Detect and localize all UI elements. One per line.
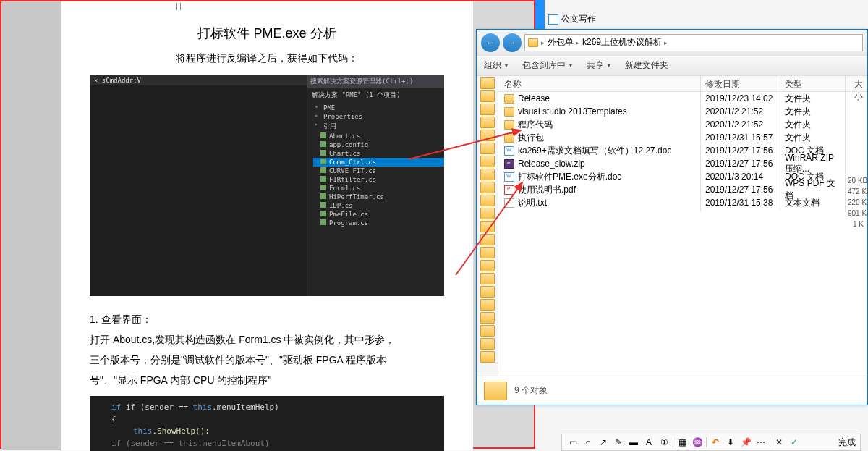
confirm-tool[interactable]: ✓ [788,436,801,449]
explorer-list[interactable]: 名称 修改日期 类型 大小 Release2019/12/23 14:02文件夹… [498,76,867,376]
vs-tree-item: FIRfilter.cs [313,175,444,184]
tree-folder-icon[interactable] [480,286,495,298]
organize-button[interactable]: 组织▼ [484,59,509,72]
share-tool[interactable]: ⋯ [754,436,767,449]
tree-folder-icon[interactable] [480,273,495,284]
close-tool[interactable]: ✕ [773,436,786,449]
sidebar-item[interactable]: 公文写作 [548,13,596,25]
watermark-tool[interactable]: ♒ [691,436,704,449]
file-size: 1 K [846,219,866,229]
snip-brace: { [111,414,422,426]
tree-folder-icon[interactable] [480,325,495,337]
vs-tree-item: Program.cs [313,219,444,227]
tree-folder-icon[interactable] [480,182,495,193]
text-tool[interactable]: A [642,436,655,449]
folder-icon [504,133,514,143]
blur-tool[interactable]: ▦ [676,436,689,449]
tree-folder-icon[interactable] [480,299,495,311]
snip-text: .menuItemHelp) [212,402,279,412]
tree-folder-icon[interactable] [480,247,495,258]
tree-folder-icon[interactable] [480,90,495,102]
col-name[interactable]: 名称 [498,76,701,91]
tree-folder-icon[interactable] [480,312,495,324]
explorer-sidebar[interactable] [477,76,498,376]
chevron-down-icon: ▼ [606,62,612,69]
nav-back-button[interactable]: ← [481,33,500,52]
file-date: 2020/1/2 21:52 [701,104,780,119]
address-bar[interactable]: ▸ 外包单▸ k269上位机协议解析▸ [524,34,863,51]
doc-icon [504,146,514,156]
counter-tool[interactable]: ① [658,436,671,449]
tree-folder-icon[interactable] [480,234,495,245]
solution-explorer: 搜索解决方案资源管理器(Ctrl+;) 解决方案 "PME" (1 个项目) P… [307,75,444,296]
tree-folder-icon[interactable] [480,260,495,271]
path-label: k269上位机协议解析 [582,36,662,49]
done-label[interactable]: 完成 [838,437,856,449]
nav-forward-button[interactable]: → [503,33,522,52]
doc-title: 打标软件 PME.exe 分析 [90,25,444,42]
arrow-tool[interactable]: ↗ [597,436,610,449]
tree-folder-icon[interactable] [480,77,495,89]
tree-folder-icon[interactable] [480,351,495,363]
snip-method: .ShowHelp(); [153,426,210,436]
tree-folder-icon[interactable] [480,208,495,219]
file-date: 2019/12/23 14:02 [701,91,780,106]
tree-folder-icon[interactable] [480,338,495,350]
chevron-right-icon: ▸ [541,39,545,46]
tb-label: 共享 [587,59,604,72]
file-date: 2019/12/27 17:56 [701,182,780,197]
tree-folder-icon[interactable] [480,130,495,141]
vs-tree-item: PmeFile.cs [313,210,444,219]
folder-icon [504,120,514,130]
circle-tool[interactable]: ○ [582,436,595,449]
tree-folder-icon[interactable] [480,156,495,167]
explorer-window[interactable]: ← → ▸ 外包单▸ k269上位机协议解析▸ 组织▼ 包含到库中▼ 共享▼ 新… [476,29,868,405]
highlight-tool[interactable]: ▬ [627,436,640,449]
vs-tree-item: 引用 [313,121,444,132]
pen-tool[interactable]: ✎ [612,436,625,449]
include-lib-button[interactable]: 包含到库中▼ [522,59,574,72]
ruler-tick [176,3,181,10]
pin-tool[interactable]: 📌 [739,436,752,449]
undo-tool[interactable]: ↶ [709,436,722,449]
snip-text: if (sender == [126,402,193,412]
new-folder-button[interactable]: 新建文件夹 [625,59,668,72]
txt-icon [504,198,514,208]
tb-label: 包含到库中 [522,59,566,72]
file-name: Release_slow.zip [518,159,585,169]
tree-folder-icon[interactable] [480,169,495,180]
file-date: 2019/12/27 17:56 [701,156,780,171]
path-segment[interactable]: k269上位机协议解析▸ [582,36,668,49]
tb-label: 组织 [484,59,501,72]
snip-gray: .menuItemAbout) [197,439,269,448]
doc-line1: 1. 查看界面： [90,309,444,329]
doc-line3: 三个版本号，分别是"调试软件的版本号"、"驱动板 FPGA 程序版本 [90,350,444,370]
folder-icon [484,382,507,400]
vs-tree-item: Chart.cs [313,149,444,158]
file-date: 2019/12/31 15:57 [701,130,780,145]
status-text: 9 个对象 [514,384,548,397]
file-size: 20 KB [846,175,866,186]
kw-this: this [133,426,153,436]
save-tool[interactable]: ⬇ [724,436,737,449]
annotation-toolbar[interactable]: ▭ ○ ↗ ✎ ▬ A ① ▦ ♒ ↶ ⬇ 📌 ⋯ ✕ ✓ 完成 [561,434,861,451]
tree-folder-icon[interactable] [480,143,495,154]
separator [673,437,673,447]
col-date[interactable]: 修改日期 [701,76,780,91]
rect-tool[interactable]: ▭ [566,436,579,449]
chevron-down-icon: ▼ [503,62,509,69]
path-segment[interactable]: 外包单▸ [548,36,579,49]
tree-folder-icon[interactable] [480,117,495,128]
file-row[interactable]: 说明.txt2019/12/31 15:38文本文档 [498,196,867,209]
col-type[interactable]: 类型 [780,76,846,91]
col-size[interactable]: 大小 [846,76,867,91]
kw-if: if [111,402,126,412]
file-size: 220 K [846,197,866,208]
share-button[interactable]: 共享▼ [587,59,612,72]
vs-tree-item: About.cs [313,132,444,140]
file-name: Release [518,93,550,104]
chevron-right-icon: ▸ [664,39,668,46]
tree-folder-icon[interactable] [480,221,495,232]
tree-folder-icon[interactable] [480,104,495,115]
tree-folder-icon[interactable] [480,195,495,206]
